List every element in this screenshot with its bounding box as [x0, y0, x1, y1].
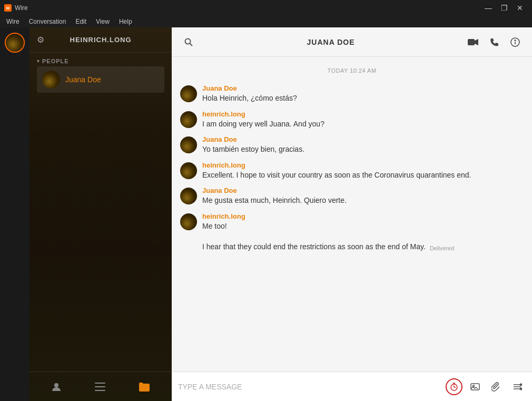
svg-rect-1	[95, 383, 105, 384]
folder-footer-icon[interactable]	[134, 378, 154, 396]
message-avatar	[180, 188, 197, 204]
message-text: I am doing very well Juana. And you?	[202, 119, 524, 130]
message-avatar	[180, 213, 197, 230]
titlebar-title: Wire	[15, 4, 28, 12]
svg-line-5	[190, 43, 193, 46]
list-footer-icon[interactable]	[91, 378, 110, 395]
message-status: Delivered	[430, 245, 454, 252]
message-text: Excellent. I hope to visit your country …	[202, 170, 524, 181]
svg-point-21	[520, 387, 523, 390]
header-actions	[465, 34, 524, 51]
message-content: Juana Doe Yo también estoy bien, gracias…	[202, 135, 524, 155]
message-text: Me gusta esta much, Heinrich. Quiero ver…	[202, 195, 524, 206]
message-group: Juana Doe Yo también estoy bien, gracias…	[172, 132, 532, 158]
minimize-button[interactable]: —	[480, 0, 496, 16]
message-group: Juana Doe Me gusta esta much, Heinrich. …	[172, 183, 532, 209]
message-avatar-image	[180, 188, 197, 204]
menu-conversation[interactable]: Conversation	[25, 17, 71, 26]
message-avatar	[180, 111, 197, 128]
maximize-button[interactable]: ❐	[496, 0, 512, 16]
people-header[interactable]: ▾ PEOPLE	[37, 58, 164, 64]
attachment-button[interactable]	[488, 378, 505, 395]
window-controls: — ❐ ✕	[480, 0, 528, 16]
voice-call-button[interactable]	[486, 34, 503, 51]
menu-help[interactable]: Help	[115, 17, 136, 26]
message-group: heinrich.long Excellent. I hope to visit…	[172, 158, 532, 184]
message-sender: Juana Doe	[202, 135, 524, 143]
video-call-button[interactable]	[465, 34, 481, 51]
sidebar-footer	[29, 371, 172, 401]
svg-point-20	[520, 383, 523, 386]
ephemeral-timer-button[interactable]	[446, 378, 462, 395]
titlebar-left: w Wire	[4, 4, 28, 12]
message-content: Juana Doe Me gusta esta much, Heinrich. …	[202, 187, 524, 206]
menubar: Wire Conversation Edit View Help	[0, 16, 532, 27]
user-avatar[interactable]	[5, 33, 25, 53]
image-button[interactable]	[467, 378, 484, 395]
contact-avatar-image	[42, 71, 60, 89]
date-divider: TODAY 10:24 AM	[172, 62, 532, 81]
sidebar-username: HEINRICH.LONG	[70, 36, 132, 44]
contact-item-juana[interactable]: Juana Doe	[37, 66, 164, 93]
app: ⚙ HEINRICH.LONG ▾ PEOPLE Juana Doe	[0, 27, 532, 401]
close-button[interactable]: ✕	[512, 0, 528, 16]
message-avatar-image	[180, 136, 197, 153]
message-text: Me too!I hear that they could end the re…	[202, 221, 426, 252]
menu-edit[interactable]: Edit	[71, 17, 91, 26]
svg-rect-6	[468, 39, 475, 45]
svg-rect-3	[95, 390, 105, 391]
info-button[interactable]	[507, 34, 524, 51]
contact-name: Juana Doe	[65, 75, 101, 84]
app-icon: w	[4, 4, 12, 12]
svg-point-0	[54, 383, 58, 387]
chat-header: JUANA DOE	[172, 27, 532, 57]
avatar-image	[6, 34, 24, 52]
sidebar-header: ⚙ HEINRICH.LONG	[29, 27, 172, 53]
svg-point-4	[185, 38, 191, 44]
svg-point-9	[515, 40, 516, 41]
expand-arrow: ▾	[37, 58, 40, 64]
titlebar: w Wire — ❐ ✕	[0, 0, 532, 16]
menu-wire[interactable]: Wire	[2, 17, 24, 26]
search-button[interactable]	[180, 34, 197, 51]
message-content: heinrich.long Excellent. I hope to visit…	[202, 161, 524, 181]
message-sender: heinrich.long	[202, 161, 524, 169]
people-section: ▾ PEOPLE Juana Doe	[29, 53, 172, 96]
message-group: Juana Doe Hola Heinrich, ¿cómo estás?	[172, 81, 532, 107]
profile-footer-icon[interactable]	[47, 377, 66, 396]
message-avatar-image	[180, 162, 197, 179]
main-chat: JUANA DOE	[172, 27, 532, 401]
contact-avatar	[42, 71, 60, 89]
message-avatar	[180, 136, 197, 153]
menu-view[interactable]: View	[92, 17, 114, 26]
svg-rect-15	[471, 384, 479, 390]
more-button[interactable]	[509, 378, 526, 395]
sidebar: ⚙ HEINRICH.LONG ▾ PEOPLE Juana Doe	[29, 27, 172, 401]
message-content: heinrich.long Me too!I hear that they co…	[202, 212, 524, 252]
message-content: heinrich.long I am doing very well Juana…	[202, 110, 524, 130]
sidebar-narrow	[0, 27, 29, 401]
people-label: PEOPLE	[42, 58, 69, 64]
settings-icon[interactable]: ⚙	[37, 35, 44, 45]
message-avatar-image	[180, 213, 197, 230]
message-text: Yo también estoy bien, gracias.	[202, 144, 524, 155]
messages-area: TODAY 10:24 AM Juana Doe Hola Heinrich, …	[172, 57, 532, 371]
message-avatar-image	[180, 111, 197, 128]
message-avatar	[180, 85, 197, 102]
message-row: Me too!I hear that they could end the re…	[202, 221, 524, 252]
message-group: heinrich.long I am doing very well Juana…	[172, 107, 532, 133]
message-sender: Juana Doe	[202, 187, 524, 194]
message-input[interactable]	[178, 383, 441, 391]
chat-contact-name: JUANA DOE	[202, 38, 459, 46]
svg-rect-2	[95, 386, 105, 387]
message-avatar	[180, 162, 197, 179]
message-sender: Juana Doe	[202, 84, 524, 92]
message-sender: heinrich.long	[202, 110, 524, 118]
message-text: Hola Heinrich, ¿cómo estás?	[202, 93, 524, 104]
message-content: Juana Doe Hola Heinrich, ¿cómo estás?	[202, 84, 524, 104]
message-avatar-image	[180, 85, 197, 102]
message-group: heinrich.long Me too!I hear that they co…	[172, 209, 532, 256]
message-sender: heinrich.long	[202, 212, 524, 220]
input-area	[172, 371, 532, 401]
